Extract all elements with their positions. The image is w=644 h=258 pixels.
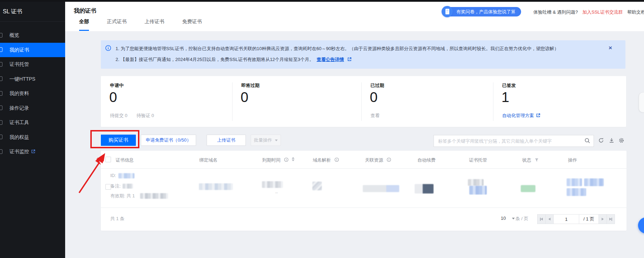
col-expire-time: 到期时间 xyxy=(262,157,295,163)
sidebar-item-my-certificates[interactable]: 我的证书 xyxy=(0,43,65,57)
tab-free-certs[interactable]: 免费证书 xyxy=(182,19,202,30)
sidebar-item-label: 概览 xyxy=(9,32,19,38)
stat-sub-counts: 待提交 0 待验证 0 xyxy=(110,113,154,119)
batch-operation-button[interactable]: 批量操作 xyxy=(251,135,281,146)
sidebar-item-label: 证书工具 xyxy=(9,120,29,125)
page-number-input[interactable]: 1 xyxy=(553,214,579,224)
redacted-cert-id xyxy=(118,173,134,178)
stat-label: 即将过期 xyxy=(241,82,259,89)
col-cert-hosting: 证书托管 xyxy=(469,157,487,163)
ssl-console-screen: SL 证书 概览 我的证书 证书托管 一键HTTPS 我的资料 操作记录 证书工… xyxy=(0,0,644,258)
first-page-button[interactable] xyxy=(537,214,546,224)
join-group-link[interactable]: 加入SSL证书交流群 xyxy=(582,9,623,15)
sidebar-item-label: 一键HTTPS xyxy=(9,76,35,82)
https-icon xyxy=(0,76,2,81)
search-icon[interactable] xyxy=(584,138,590,145)
search-input[interactable] xyxy=(434,135,594,147)
buy-certificate-button[interactable]: 购买证书 xyxy=(101,135,136,146)
redacted-expire-date xyxy=(262,181,283,188)
sidebar-item-cert-monitor[interactable]: 证书监控 xyxy=(0,144,65,159)
collapsed-drawer-handle[interactable] xyxy=(639,92,644,113)
external-link-icon xyxy=(536,113,540,118)
profile-icon xyxy=(0,91,2,96)
redacted-domain xyxy=(199,183,233,190)
sidebar-item-cert-tools[interactable]: 证书工具 xyxy=(0,115,65,130)
tab-paid-certs[interactable]: 正式证书 xyxy=(107,19,126,30)
prev-page-button[interactable] xyxy=(545,214,554,224)
overview-icon xyxy=(0,33,2,38)
announcement-link[interactable]: 查看公告详情 xyxy=(317,57,344,62)
cert-validity-label: 有效期: 共 1 xyxy=(110,193,135,199)
page-header: 我的证书 全部 正式证书 上传证书 免费证书 有奖问卷，产品体验您说了算 体验吐… xyxy=(65,2,644,31)
floating-assistant-button[interactable] xyxy=(638,217,644,233)
settings-gear-icon[interactable] xyxy=(618,137,625,144)
col-label: 关联资源 xyxy=(365,157,383,163)
col-label: 到期时间 xyxy=(262,157,281,163)
banner-line-1: 1. 为了您能更便捷地管理SSL证书，控制台已支持自动查询证书关联的10种腾讯云… xyxy=(116,46,559,52)
total-count: 共 1 条 xyxy=(110,216,124,222)
certificate-icon xyxy=(0,47,2,52)
external-link-icon xyxy=(347,57,352,62)
automation-plan-link[interactable]: 自动化管理方案 xyxy=(502,113,540,119)
filter-icon[interactable] xyxy=(535,158,539,163)
info-icon[interactable] xyxy=(284,157,289,163)
refresh-icon[interactable] xyxy=(598,137,604,144)
view-link[interactable]: 查看 xyxy=(371,113,380,119)
next-page-button[interactable] xyxy=(598,214,607,224)
certificates-table: 证书信息 绑定域名 到期时间 域名解析 关联资源 自动续费 证书托管 状态 操作 xyxy=(101,151,626,231)
sidebar-item-label: 我的证书 xyxy=(9,47,29,53)
stat-issued: 已签发 1 自动化管理方案 xyxy=(493,76,626,127)
download-icon[interactable] xyxy=(609,137,615,144)
redacted-hosting-bottom xyxy=(469,186,487,195)
sidebar-title: SL 证书 xyxy=(0,2,65,22)
sidebar-item-cert-hosting[interactable]: 证书托管 xyxy=(0,57,65,72)
prev-page-icon xyxy=(548,218,550,220)
first-page-icon xyxy=(541,218,543,220)
info-icon xyxy=(105,45,111,53)
info-icon[interactable] xyxy=(334,157,339,163)
stat-value: 0 xyxy=(109,89,117,106)
upload-certificate-button[interactable]: 上传证书 xyxy=(207,135,246,146)
stat-value: 0 xyxy=(370,89,378,106)
chevron-down-icon[interactable] xyxy=(512,218,515,219)
tab-uploaded-certs[interactable]: 上传证书 xyxy=(145,19,164,30)
info-icon[interactable] xyxy=(387,157,391,163)
col-bound-domain: 绑定域名 xyxy=(199,157,217,163)
col-cert-info: 证书信息 xyxy=(116,157,134,163)
apply-free-certificate-button[interactable]: 申请免费证书（0/50） xyxy=(141,135,196,146)
tab-all[interactable]: 全部 xyxy=(79,19,89,31)
stat-sub-pending-submit: 待提交 0 xyxy=(110,113,127,119)
sidebar-item-operation-log[interactable]: 操作记录 xyxy=(0,101,65,116)
close-icon[interactable]: × xyxy=(609,45,612,52)
page-size-unit: 条 / 页 xyxy=(515,216,528,222)
table-header-row: 证书信息 绑定域名 到期时间 域名解析 关联资源 自动续费 证书托管 状态 操作 xyxy=(101,151,626,169)
stat-value: 0 xyxy=(241,89,248,106)
sidebar-item-my-profile[interactable]: 我的资料 xyxy=(0,86,65,101)
page-size-value[interactable]: 10 xyxy=(501,216,506,221)
stat-applying: 申请中 0 待提交 0 待验证 0 xyxy=(101,76,232,127)
survey-promo-label: 有奖问卷，产品体验您说了算 xyxy=(446,7,521,16)
sidebar-item-one-click-https[interactable]: 一键HTTPS xyxy=(0,72,65,87)
status-badge xyxy=(521,185,535,192)
feedback-text: 体验吐槽 & 遇到问题? xyxy=(533,9,578,15)
stat-label: 已过期 xyxy=(371,82,384,89)
next-page-icon xyxy=(602,218,604,220)
select-all-checkbox[interactable] xyxy=(105,157,111,162)
batch-operation-label: 批量操作 xyxy=(254,137,272,143)
external-link-icon xyxy=(31,145,35,159)
sidebar-item-label: 证书监控 xyxy=(9,149,29,154)
last-page-button[interactable] xyxy=(607,214,615,224)
banner-line-2: 2. 【最新】接证书厂商通知，2024年4月25日以后，免费SSL证书有效期将从… xyxy=(116,56,352,63)
redacted-validity xyxy=(140,193,168,199)
sidebar-item-overview[interactable]: 概览 xyxy=(0,28,65,43)
notice-banner: 1. 为了您能更便捷地管理SSL证书，控制台已支持自动查询证书关联的10种腾讯云… xyxy=(101,40,625,69)
redacted-auto-renew xyxy=(415,184,434,194)
sidebar-menu: 概览 我的证书 证书托管 一键HTTPS 我的资料 操作记录 证书工具 我的权益… xyxy=(0,28,65,159)
page-total-label: / 1 页 xyxy=(579,214,599,224)
chevron-down-icon xyxy=(275,140,278,141)
sort-icon[interactable] xyxy=(292,157,295,161)
sidebar-item-label: 我的权益 xyxy=(9,134,29,140)
help-doc-link[interactable]: 帮助文档 xyxy=(627,9,644,15)
automation-plan-label: 自动化管理方案 xyxy=(502,113,534,118)
sidebar-item-my-benefits[interactable]: 我的权益 xyxy=(0,130,65,145)
